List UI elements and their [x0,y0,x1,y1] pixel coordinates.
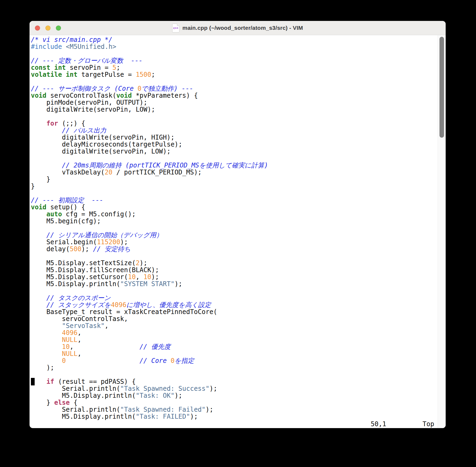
code-line: servoControlTask, [31,315,438,322]
code-line [31,190,438,197]
code-line: 0 // Core 0を指定 [31,357,438,364]
code-segment-keyword-statement: for [46,120,58,127]
code-segment-number-or-constant: 500 [70,245,81,253]
cpp-file-icon-label: c++ [173,26,178,30]
code-segment-number-or-constant: 0 [171,357,174,364]
code-segment-plain: vTaskDelay( [31,169,105,176]
code-segment-plain [31,357,62,364]
code-segment-plain: targetPulse = [77,71,136,78]
window-title: main.cpp (~/wood_sorter/atom_s3/src) - V… [182,25,303,31]
code-segment-comment: // シリアル通信の開始（デバッグ用） [46,231,163,239]
code-segment-comment: を指定 [175,357,194,364]
code-segment-string: "Task: OK" [136,392,175,399]
code-line: // --- サーボ制御タスク (Core 0で独立動作) --- [31,85,438,92]
code-segment-comment: に増やし、優先度を高く設定 [126,301,211,309]
code-segment-plain: Serial.println( [31,385,120,392]
code-segment-string: "Task Spawned: Failed" [120,406,205,413]
code-segment-plain [31,350,62,357]
code-segment-plain: { [70,399,78,406]
code-line: M5.Display.println("Task: FAILED"); [31,413,438,420]
code-segment-keyword-type: void [31,92,46,99]
code-line: ); [31,364,438,371]
code-line: M5.Display.println("SYSTEM START"); [31,280,438,287]
code-segment-comment: // タスクのスポーン [46,294,111,302]
code-line: BaseType_t result = xTaskCreatePinnedToC… [31,308,438,315]
code-line: delay(500); // 安定待ち [31,246,438,253]
code-segment-number-or-constant: 20 [105,169,113,176]
code-line: vTaskDelay(20 / portTICK_PERIOD_MS); [31,169,438,176]
code-segment-plain: ; [151,71,155,78]
code-segment-comment: // --- サーボ制御タスク (Core [31,85,138,92]
code-line: NULL, [31,336,438,343]
code-segment-number-or-constant: 0 [62,357,66,364]
code-segment-plain: , [105,322,109,330]
code-segment-plain: ); [151,273,159,281]
code-line: pinMode(servoPin, OUTPUT); [31,99,438,106]
code-segment-plain: M5.Display.println( [31,413,136,420]
code-segment-number-or-constant: NULL [62,336,78,344]
code-segment-plain: (;;) { [58,120,85,127]
code-segment-string: "Task: FAILED" [136,413,190,420]
code-segment-string: "Task Spawned: Success" [120,385,209,392]
code-segment-plain: / portTICK_PERIOD_MS); [112,169,201,176]
code-segment-comment: // Core [140,357,171,364]
code-segment-plain: (result == pdPASS) { [54,378,136,385]
code-area[interactable]: /* vi src/main.cpp */#include <M5Unified… [30,35,438,428]
close-button[interactable] [35,25,40,31]
code-segment-plain [31,343,62,351]
code-line: void setup() { [31,204,438,211]
code-line: // タスクのスポーン [31,294,438,301]
code-segment-plain [31,301,46,309]
code-line [31,225,438,232]
code-line: Serial.println("Task Spawned: Success"); [31,385,438,392]
code-segment-plain: M5.Display.fillScreen(BLACK); [31,266,159,274]
scroll-position-indicator: Top [423,421,434,428]
code-segment-plain: *pvParameters) { [132,92,198,99]
code-line: NULL, [31,350,438,357]
code-segment-plain: M5.Display.setCursor( [31,273,128,281]
code-line: // シリアル通信の開始（デバッグ用） [31,232,438,239]
code-segment-comment: // --- 初期設定 --- [31,196,103,204]
code-segment-plain: servoControlTask( [46,92,116,99]
code-segment-keyword-statement: if [46,378,54,385]
code-segment-plain [31,322,62,330]
code-line [31,155,438,162]
code-segment-number-or-constant: 2 [136,259,139,267]
code-segment-plain: servoControlTask, [31,315,128,323]
scrollbar[interactable] [438,35,446,428]
code-segment-keyword-type: void [31,203,46,211]
code-line: } [31,176,438,183]
code-segment-plain: } [31,399,54,406]
code-segment-keyword-type: const int [31,64,66,71]
code-segment-plain: ); [31,364,54,371]
window-titlebar[interactable]: c++ main.cpp (~/wood_sorter/atom_s3/src)… [30,21,446,35]
code-line: // パルス出力 [31,127,438,134]
code-segment-number-or-constant: 10 [62,343,70,351]
titlebar-title-group: c++ main.cpp (~/wood_sorter/atom_s3/src)… [172,24,303,32]
code-segment-comment: // 20ms周期の維持 (portTICK_PERIOD_MSを使用して確実に… [62,162,268,169]
code-line: digitalWrite(servoPin, LOW); [31,148,438,155]
code-segment-comment: // 優先度 [140,343,171,351]
vim-statusline: 50,1 Top [30,421,446,428]
code-segment-plain: ); [190,413,198,420]
code-line: void servoControlTask(void *pvParameters… [31,92,438,99]
minimize-button[interactable] [45,25,51,31]
scrollbar-thumb[interactable] [439,37,444,138]
zoom-button[interactable] [56,25,61,31]
desktop-background: { "window": { "title": "main.cpp (~/wood… [0,0,476,467]
code-line: } [31,183,438,190]
code-segment-plain [31,329,62,337]
code-segment-plain [31,231,46,239]
code-line: // --- 初期設定 --- [31,197,438,204]
code-line: // 20ms周期の維持 (portTICK_PERIOD_MSを使用して確実に… [31,162,438,169]
code-line: 10, // 優先度 [31,343,438,350]
code-segment-plain [62,43,66,50]
code-line [31,50,438,57]
code-line: M5.Display.setTextSize(2); [31,260,438,267]
code-segment-number-or-constant: 115200 [97,238,120,246]
code-segment-plain [31,294,46,302]
code-segment-number-or-constant: NULL [62,350,78,357]
code-segment-comment: // 安定待ち [93,245,131,253]
code-segment-comment: で独立動作) --- [142,85,193,92]
code-line: if (result == pdPASS) { [31,378,438,385]
